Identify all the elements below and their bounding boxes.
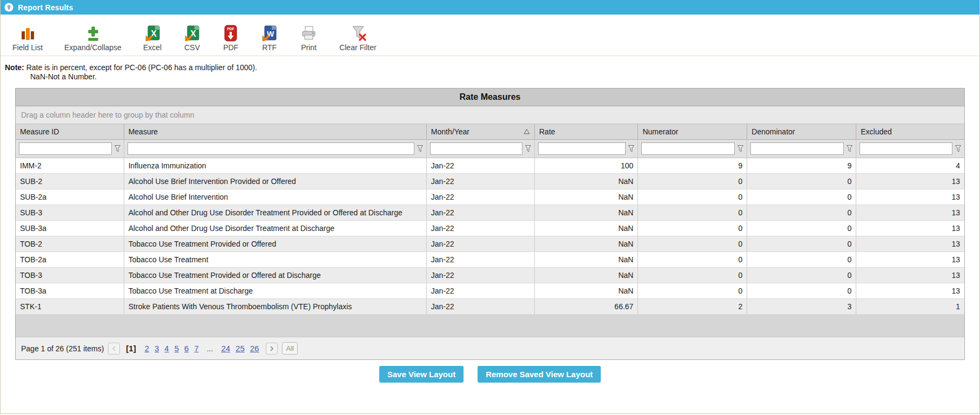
column-header-excluded[interactable]: Excluded	[856, 124, 964, 140]
filter-funnel-button[interactable]	[525, 145, 532, 153]
column-header-label: Measure ID	[20, 127, 59, 136]
cell-rate: NaN	[535, 268, 638, 283]
pdf-icon: PDF	[223, 24, 239, 42]
pager-page-link[interactable]: 2	[145, 344, 149, 353]
toolbar-button[interactable]: X CSV	[183, 24, 201, 52]
cell-numerator: 0	[638, 205, 747, 221]
pager-page-link[interactable]: 3	[155, 344, 159, 353]
empty-grid-area	[16, 315, 964, 337]
table-row: TOB-3 Tobacco Use Treatment Provided or …	[16, 268, 964, 283]
panel-title: Report Results	[18, 3, 73, 12]
column-header-month-year[interactable]: Month/Year	[426, 124, 534, 140]
column-header-denominator[interactable]: Denominator	[747, 124, 856, 140]
cell-month-year: Jan-22	[426, 252, 534, 268]
table-row: STK-1 Stroke Patients With Venous Thromb…	[16, 299, 964, 315]
save-view-layout-button[interactable]: Save View Layout	[379, 366, 464, 383]
cell-denominator: 3	[747, 299, 856, 315]
column-header-rate[interactable]: Rate	[535, 124, 638, 140]
filter-input-measure[interactable]	[127, 142, 414, 155]
toolbar-button[interactable]: PDF PDF	[223, 24, 239, 52]
svg-text:PDF: PDF	[227, 27, 234, 31]
cell-measure: Tobacco Use Treatment Provided or Offere…	[124, 268, 426, 283]
cell-denominator: 0	[747, 252, 856, 268]
footer-button-bar: Save View Layout Remove Saved View Layou…	[1, 360, 979, 388]
pager-current-page: [1]	[126, 344, 136, 353]
filter-funnel-button[interactable]	[628, 145, 635, 153]
filter-input-rate[interactable]	[538, 142, 626, 155]
cell-denominator: 0	[747, 268, 856, 283]
cell-rate: NaN	[535, 221, 638, 236]
column-header-measure[interactable]: Measure	[124, 124, 426, 140]
pager-page-link[interactable]: 5	[174, 344, 179, 353]
cell-month-year: Jan-22	[426, 236, 534, 252]
column-header-row: Measure IDMeasureMonth/YearRateNumerator…	[16, 124, 964, 140]
cell-measure-id: TOB-2	[16, 236, 124, 252]
cell-rate: NaN	[535, 283, 638, 299]
filter-input-measure-id[interactable]	[19, 142, 112, 155]
remove-saved-view-layout-button[interactable]: Remove Saved View Layout	[478, 366, 601, 383]
filter-input-numerator[interactable]	[641, 142, 735, 155]
pager-all-button[interactable]: All	[282, 342, 297, 355]
filter-funnel-button[interactable]	[846, 145, 853, 153]
toolbar-button[interactable]: Field List	[12, 24, 43, 52]
filter-input-excluded[interactable]	[860, 142, 952, 155]
cell-denominator: 0	[747, 189, 856, 205]
filter-funnel-button[interactable]	[417, 145, 424, 153]
cell-denominator: 0	[747, 236, 856, 252]
cell-denominator: 9	[747, 158, 856, 174]
filter-input-month-year[interactable]	[430, 142, 522, 155]
filter-funnel-button[interactable]	[955, 145, 962, 153]
cell-numerator: 0	[638, 283, 747, 299]
toolbar-button[interactable]: X Excel	[143, 24, 162, 52]
excel-icon: X	[144, 24, 162, 42]
cell-month-year: Jan-22	[426, 299, 534, 315]
pager-page-link[interactable]: 26	[250, 344, 259, 353]
sort-asc-icon	[523, 127, 530, 136]
column-header-label: Month/Year	[431, 127, 469, 136]
cell-rate: NaN	[535, 205, 638, 221]
cell-measure-id: STK-1	[16, 299, 124, 315]
pager-page-link[interactable]: 24	[221, 344, 230, 353]
field-list-icon	[19, 24, 36, 42]
filter-input-denominator[interactable]	[750, 142, 844, 155]
toolbar-button[interactable]: Print	[300, 24, 318, 52]
table-row: TOB-2a Tobacco Use Treatment Jan-22 NaN …	[16, 252, 964, 268]
pager-page-link[interactable]: 4	[164, 344, 169, 353]
cell-excluded: 13	[856, 174, 964, 189]
table-row: TOB-3a Tobacco Use Treatment at Discharg…	[16, 283, 964, 299]
column-header-numerator[interactable]: Numerator	[638, 124, 747, 140]
pager-prev-button[interactable]	[108, 343, 120, 355]
toolbar-button[interactable]: W RTF	[260, 24, 278, 52]
cell-rate: 100	[535, 158, 638, 174]
cell-measure: Tobacco Use Treatment	[124, 252, 426, 268]
cell-numerator: 0	[638, 174, 747, 189]
cell-measure-id: SUB-3	[16, 205, 124, 221]
cell-measure: Alcohol and Other Drug Use Disorder Trea…	[124, 221, 426, 236]
cell-rate: NaN	[535, 174, 638, 189]
cell-measure-id: SUB-3a	[16, 221, 124, 236]
column-header-measure-id[interactable]: Measure ID	[16, 124, 124, 140]
cell-measure: Influenza Immunization	[124, 158, 426, 174]
group-by-panel: Drag a column header here to group by th…	[16, 106, 964, 124]
pager-page-link[interactable]: 7	[194, 344, 198, 353]
cell-measure: Tobacco Use Treatment at Discharge	[124, 283, 426, 299]
collapse-panel-button[interactable]	[4, 3, 14, 12]
cell-excluded: 1	[856, 299, 964, 315]
toolbar-button[interactable]: Expand/Collapse	[64, 24, 122, 52]
cell-excluded: 13	[856, 221, 964, 236]
filter-funnel-button[interactable]	[737, 145, 744, 153]
table-row: TOB-2 Tobacco Use Treatment Provided or …	[16, 236, 964, 252]
toolbar-button[interactable]: Clear Filter	[339, 24, 376, 52]
cell-measure-id: TOB-2a	[16, 252, 124, 268]
cell-excluded: 13	[856, 236, 964, 252]
note-section: Note: Rate is in percent, except for PC-…	[1, 56, 979, 84]
cell-numerator: 2	[638, 299, 747, 315]
filter-funnel-button[interactable]	[114, 145, 121, 153]
cell-measure-id: IMM-2	[16, 158, 124, 174]
cell-numerator: 0	[638, 189, 747, 205]
cell-month-year: Jan-22	[426, 189, 534, 205]
pager-page-link[interactable]: 6	[184, 344, 189, 353]
cell-numerator: 9	[638, 158, 747, 174]
pager-next-button[interactable]	[266, 343, 278, 355]
pager-page-link[interactable]: 25	[236, 344, 245, 353]
